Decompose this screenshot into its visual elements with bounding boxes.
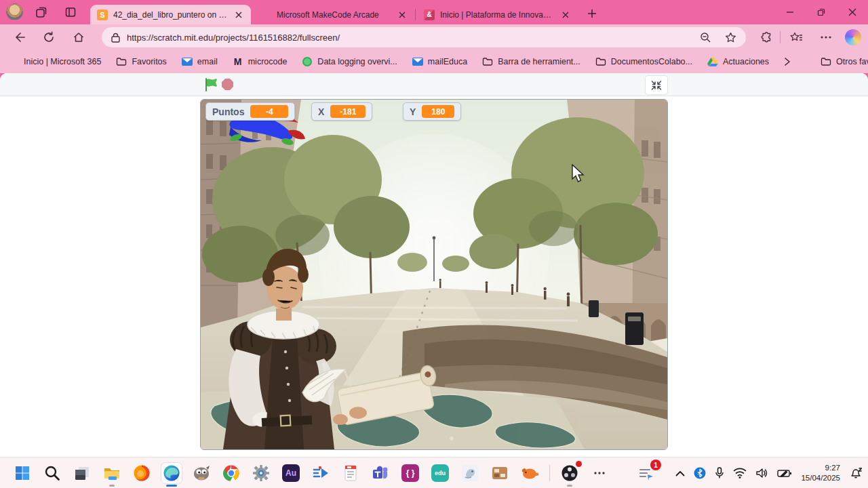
microsoft-icon <box>8 56 19 67</box>
scratch-stage[interactable]: Puntos -4 X -181 Y 180 <box>200 99 668 450</box>
workspaces-icon[interactable] <box>34 5 49 20</box>
folder-icon <box>116 56 127 67</box>
edge-icon[interactable] <box>161 463 182 483</box>
monitor-y[interactable]: Y 180 <box>403 102 461 121</box>
bookmark-barra[interactable]: Barra de herramient... <box>482 56 580 67</box>
settings-menu-icon[interactable] <box>818 29 834 45</box>
clock-time: 9:27 <box>801 463 840 473</box>
clock-date: 15/04/2025 <box>801 473 840 483</box>
monitor-value: 180 <box>422 105 454 118</box>
browser-titlebar: S 42_dia_del_libro_puntero on Scrat Micr… <box>0 0 868 24</box>
copilot-icon[interactable] <box>845 29 861 45</box>
tab-close-icon[interactable] <box>397 9 408 20</box>
plataforma-favicon: & <box>424 9 435 20</box>
obs-icon[interactable] <box>559 463 580 483</box>
favorite-star-icon[interactable] <box>725 32 736 43</box>
tab-close-icon[interactable] <box>560 9 571 20</box>
bluetooth-icon[interactable] <box>694 467 706 479</box>
drive-icon <box>707 56 718 67</box>
bookmarks-bar: Inicio | Microsoft 365 Favoritos email M… <box>0 50 868 73</box>
notification-bell-icon[interactable] <box>849 467 863 479</box>
makecode-app-icon[interactable]: { } <box>400 463 420 483</box>
gimp-icon[interactable] <box>191 463 212 483</box>
bookmark-datalogging[interactable]: Data logging overvi... <box>302 56 397 67</box>
stage-backdrop <box>201 100 667 449</box>
zoom-out-icon[interactable] <box>700 32 711 43</box>
taskbar-overflow-icon[interactable] <box>589 463 610 483</box>
start-button[interactable] <box>12 463 33 483</box>
tab-actions-icon[interactable] <box>63 5 78 20</box>
orange-creature-app-icon[interactable] <box>519 463 540 483</box>
task-view-icon[interactable] <box>72 463 92 483</box>
chrome-icon[interactable] <box>221 463 241 483</box>
bookmark-otros-favoritos[interactable]: Otros favoritos <box>821 56 868 67</box>
monitor-x[interactable]: X -181 <box>311 102 372 121</box>
mouse-cursor <box>571 164 585 183</box>
tab-makecode[interactable]: Microsoft MakeCode Arcade <box>254 5 414 24</box>
restore-button[interactable] <box>806 0 837 24</box>
tab-title: Microsoft MakeCode Arcade <box>277 10 391 20</box>
folder-icon <box>595 56 606 67</box>
film-reel-app-icon[interactable] <box>490 463 510 483</box>
monitor-value: -4 <box>250 105 288 118</box>
wifi-icon[interactable] <box>733 468 747 479</box>
profile-avatar[interactable] <box>6 3 23 20</box>
mail-icon <box>182 56 193 67</box>
close-button[interactable] <box>837 0 868 24</box>
browser-toolbar: https://scratch.mit.edu/projects/1161516… <box>0 24 868 50</box>
bookmark-documentos[interactable]: DocumentosColabo... <box>595 56 692 67</box>
lock-icon <box>111 33 120 43</box>
extensions-icon[interactable] <box>758 29 774 45</box>
taskbar-clock[interactable]: 9:27 15/04/2025 <box>801 463 840 483</box>
address-bar[interactable]: https://scratch.mit.edu/projects/1161516… <box>102 27 746 47</box>
new-tab-icon[interactable] <box>585 6 599 21</box>
refresh-icon[interactable] <box>41 29 57 45</box>
bookmark-actuaciones[interactable]: Actuaciones <box>707 56 769 67</box>
document-app-icon[interactable] <box>340 463 361 483</box>
favorites-list-icon[interactable] <box>788 29 804 45</box>
tab-separator <box>415 9 416 20</box>
scratch-stage-header <box>0 73 868 96</box>
minimize-button[interactable] <box>774 0 806 24</box>
monitor-puntos[interactable]: Puntos -4 <box>205 102 295 121</box>
url-text[interactable]: https://scratch.mit.edu/projects/1161516… <box>127 33 693 43</box>
teams-icon[interactable] <box>370 463 391 483</box>
back-icon[interactable] <box>11 29 27 45</box>
volume-icon[interactable] <box>755 468 768 479</box>
hidden-icons-chevron[interactable] <box>675 470 685 476</box>
home-icon[interactable] <box>71 29 87 45</box>
mail-icon <box>412 56 423 67</box>
seal-app-icon[interactable] <box>460 463 480 483</box>
settings-gear-icon[interactable] <box>251 463 271 483</box>
bookmark-maileduca[interactable]: mailEduca <box>412 56 467 67</box>
edu-app-icon[interactable]: edu <box>430 463 450 483</box>
stop-button[interactable] <box>222 79 233 90</box>
battery-pen-icon[interactable] <box>777 468 792 479</box>
tab-close-icon[interactable] <box>233 9 244 20</box>
video-editor-icon[interactable] <box>311 463 331 483</box>
bookmark-microcode[interactable]: M microcode <box>233 56 288 67</box>
bookmarks-overflow-icon[interactable] <box>784 58 791 66</box>
tab-scratch-project[interactable]: S 42_dia_del_libro_puntero on Scrat <box>90 5 251 24</box>
bookmark-favoritos[interactable]: Favoritos <box>116 56 166 67</box>
microphone-icon[interactable] <box>715 467 724 479</box>
exit-fullscreen-button[interactable] <box>646 76 667 94</box>
taskbar-divider <box>549 465 550 481</box>
firefox-icon[interactable] <box>132 463 152 483</box>
m-icon: M <box>233 56 243 67</box>
bookmark-microsoft365[interactable]: Inicio | Microsoft 365 <box>8 56 101 67</box>
tab-plataforma[interactable]: & Inicio | Plataforma de Innovación <box>417 5 578 24</box>
monitor-label: Puntos <box>212 106 244 117</box>
bookmark-email[interactable]: email <box>182 56 218 67</box>
audition-icon[interactable]: Au <box>281 463 301 483</box>
folder-icon <box>482 56 493 67</box>
search-icon[interactable] <box>42 463 62 483</box>
scratch-favicon: S <box>97 9 108 20</box>
toolbar-divider <box>780 31 781 43</box>
monitor-label: Y <box>410 106 416 117</box>
tab-title: Inicio | Plataforma de Innovación <box>440 10 555 20</box>
windows-taskbar: Au { } edu <box>0 457 868 488</box>
file-explorer-icon[interactable] <box>102 463 122 483</box>
tray-notification-app-icon[interactable]: 1 <box>636 463 656 483</box>
green-flag-button[interactable] <box>204 78 219 92</box>
